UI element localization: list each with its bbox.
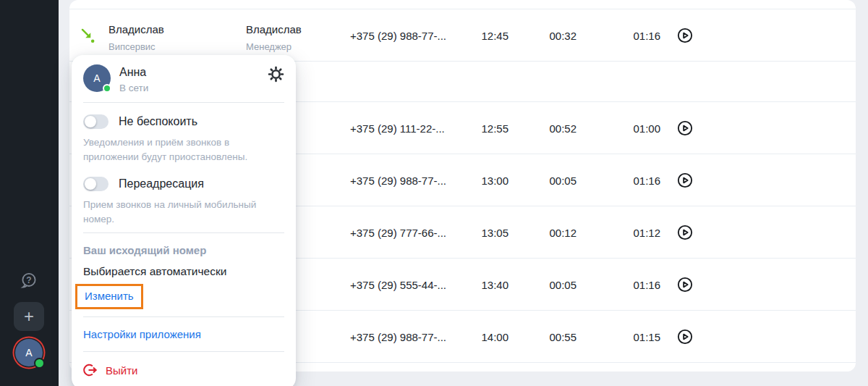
call-type-cell [78,25,97,46]
profile-settings-button[interactable] [268,66,284,85]
manager-role: Менеджер [246,41,302,52]
call-time: 12:55 [431,122,509,135]
play-record-button[interactable] [677,225,693,240]
online-status-dot [34,358,45,369]
record-duration: 01:16 [576,30,660,42]
profile-status: В сети [119,83,148,93]
logout-label: Выйти [106,364,137,377]
manager-cell: Владислав Менеджер [246,23,302,52]
profile-header: А Анна В сети [72,55,296,102]
record-duration: 01:15 [576,331,660,343]
incoming-call-icon [78,25,97,44]
call-time: 13:05 [431,227,509,239]
online-status-dot [103,84,111,93]
play-icon [677,120,693,136]
profile-identity: Анна В сети [119,64,148,93]
talk-duration: 00:52 [511,122,576,135]
change-number-link[interactable]: Изменить [85,290,134,302]
dnd-description: Уведомления и приём звонков в приложении… [72,129,296,165]
forwarding-description: Прием звонков на личный мобильный номер. [72,191,296,227]
help-icon: ? [20,272,38,289]
play-record-button[interactable] [677,28,693,43]
gear-icon [268,66,284,83]
play-record-button[interactable] [677,277,693,293]
profile-avatar: А [83,64,111,92]
talk-duration: 00:32 [511,30,576,42]
talk-duration: 00:55 [511,331,576,343]
logout-icon [83,363,98,377]
talk-duration: 00:12 [511,227,576,239]
call-time: 12:45 [431,30,509,42]
play-record-button[interactable] [677,172,693,188]
call-row[interactable]: Владислав Випсервис Владислав Менеджер +… [69,9,856,62]
record-duration: 01:12 [576,227,660,239]
client-name: Владислав [109,23,164,35]
play-record-button[interactable] [677,329,693,345]
client-company: Випсервис [109,41,164,52]
client-cell: Владислав Випсервис [109,23,164,52]
avatar-letter: А [93,72,100,84]
help-button[interactable]: ? [20,272,38,289]
dnd-row: Не беспокоить [72,103,296,129]
play-icon [677,28,693,43]
call-time: 13:00 [431,175,509,187]
app-sidebar: ? + А [0,0,59,386]
record-duration: 01:16 [576,279,660,291]
forwarding-row: Переадресация [72,165,296,191]
profile-name: Анна [119,66,148,79]
play-icon [677,225,693,240]
play-record-button[interactable] [677,120,693,136]
play-icon [677,277,693,293]
svg-text:?: ? [26,275,31,285]
forwarding-label: Переадресация [119,177,204,190]
call-time: 14:00 [431,331,509,343]
play-icon [677,329,693,345]
avatar-letter: А [25,347,32,358]
app-settings-link[interactable]: Настройки приложения [72,317,296,351]
outgoing-number-value: Выбирается автоматически [72,256,296,278]
record-duration: 01:16 [576,175,660,187]
table-row-partial [69,0,856,9]
highlight-annotation-box: Изменить [75,284,143,309]
add-call-button[interactable]: + [14,302,44,331]
talk-duration: 00:05 [511,279,576,291]
manager-name: Владислав [246,23,302,35]
dnd-label: Не беспокоить [119,115,197,128]
dnd-toggle[interactable] [83,114,109,129]
logout-button[interactable]: Выйти [72,352,296,386]
plus-icon: + [24,306,34,326]
profile-popup: А Анна В сети [72,55,296,386]
sidebar-profile-avatar[interactable]: А [15,339,43,366]
play-icon [677,172,693,188]
forwarding-toggle[interactable] [83,177,109,191]
record-duration: 01:00 [576,122,660,135]
outgoing-number-label: Ваш исходящий номер [72,233,296,256]
talk-duration: 00:05 [511,175,576,187]
call-time: 13:40 [431,279,509,291]
